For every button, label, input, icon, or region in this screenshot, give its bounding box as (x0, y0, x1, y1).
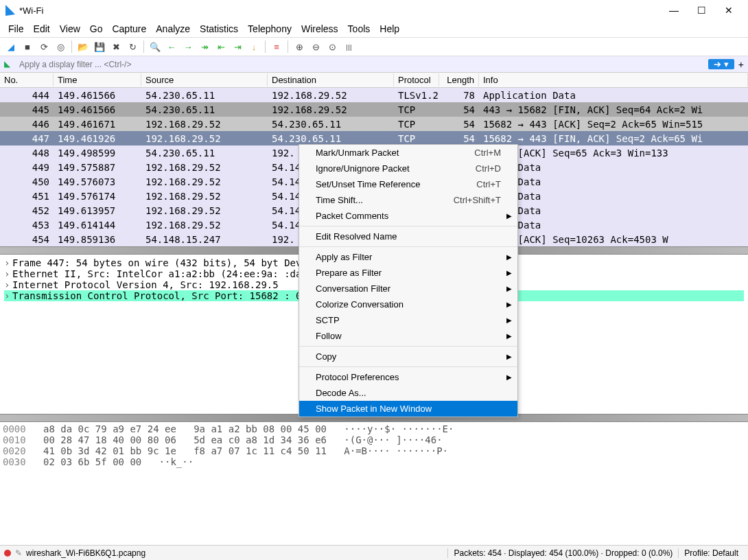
status-bar: ✎ wireshark_Wi-Fi6BK6Q1.pcapng Packets: … (0, 545, 748, 560)
title-bar: *Wi-Fi — ☐ ✕ (0, 0, 748, 21)
menu-item[interactable]: Follow▶ (299, 328, 517, 344)
menu-item[interactable]: Decode As... (299, 385, 517, 401)
header-info[interactable]: Info (479, 73, 748, 86)
header-length[interactable]: Length (439, 73, 479, 86)
jump-icon[interactable]: ↠ (198, 40, 211, 54)
close-file-icon[interactable]: ✖ (109, 40, 123, 54)
maximize-button[interactable]: ☐ (688, 0, 715, 21)
column-headers: No. Time Source Destination Protocol Len… (0, 73, 748, 88)
menu-bar: FileEditViewGoCaptureAnalyzeStatisticsTe… (0, 21, 748, 37)
resize-columns-icon[interactable]: ⫼ (342, 40, 355, 54)
zoom-reset-icon[interactable]: ⊙ (325, 40, 339, 54)
zoom-in-icon[interactable]: ⊕ (292, 40, 306, 54)
status-packets: Packets: 454 · Displayed: 454 (100.0%) ·… (447, 548, 678, 558)
menu-item[interactable]: Protocol Preferences▶ (299, 369, 517, 385)
menu-item[interactable]: Show Packet in New Window (299, 401, 517, 417)
menu-separator (299, 346, 517, 347)
goto-first-icon[interactable]: ⇤ (214, 40, 228, 54)
toolbar: ◢ ■ ⟳ ◎ 📂 💾 ✖ ↻ 🔍 ← → ↠ ⇤ ⇥ ↓ ≡ ⊕ ⊖ ⊙ ⫼ (0, 37, 748, 56)
menu-item[interactable]: Copy▶ (299, 349, 517, 364)
filter-bar: ◣ ➔ ▾ + (0, 56, 748, 73)
window-title: *Wi-Fi (19, 5, 43, 16)
menu-item[interactable]: Prepare as Filter▶ (299, 265, 517, 281)
header-destination[interactable]: Destination (268, 73, 394, 86)
menu-item[interactable]: Colorize Conversation▶ (299, 296, 517, 312)
hex-line[interactable]: 0030 02 03 6b 5f 00 00 ··k_·· (3, 456, 745, 467)
start-capture-icon[interactable]: ◢ (4, 40, 18, 54)
hex-view[interactable]: 0000 a8 da 0c 79 a9 e7 24 ee 9a a1 a2 bb… (0, 422, 748, 469)
menu-separator (299, 246, 517, 247)
packet-row[interactable]: 447149.461926192.168.29.5254.230.65.11TC… (0, 131, 748, 145)
stop-capture-icon[interactable]: ■ (21, 40, 34, 54)
menu-item[interactable]: Conversation Filter▶ (299, 281, 517, 296)
menu-item[interactable]: Time Shift...Ctrl+Shift+T (299, 192, 517, 208)
menu-go[interactable]: Go (90, 23, 103, 34)
menu-wireless[interactable]: Wireless (301, 23, 338, 34)
header-time[interactable]: Time (54, 73, 141, 86)
restart-capture-icon[interactable]: ⟳ (37, 40, 51, 54)
forward-icon[interactable]: → (181, 40, 195, 54)
packet-row[interactable]: 446149.461671192.168.29.5254.230.65.11TC… (0, 117, 748, 131)
menu-separator (299, 366, 517, 367)
close-button[interactable]: ✕ (715, 0, 743, 21)
hex-line[interactable]: 0010 00 28 47 18 40 00 80 06 5d ea c0 a8… (3, 434, 745, 445)
hex-line[interactable]: 0000 a8 da 0c 79 a9 e7 24 ee 9a a1 a2 bb… (3, 423, 745, 434)
hex-line[interactable]: 0020 41 0b 3d 42 01 bb 9c 1e f8 a7 07 1c… (3, 445, 745, 456)
filter-add-button[interactable]: + (738, 59, 744, 70)
header-no[interactable]: No. (0, 73, 54, 86)
find-icon[interactable]: 🔍 (148, 40, 162, 54)
menu-help[interactable]: Help (379, 23, 399, 34)
reload-icon[interactable]: ↻ (126, 40, 139, 54)
save-icon[interactable]: 💾 (93, 40, 106, 54)
header-source[interactable]: Source (141, 73, 268, 86)
menu-edit[interactable]: Edit (34, 23, 50, 34)
expert-info-icon[interactable] (4, 550, 11, 557)
menu-item[interactable]: Packet Comments▶ (299, 208, 517, 224)
menu-item[interactable]: Edit Resolved Name (299, 229, 517, 244)
open-icon[interactable]: 📂 (76, 40, 90, 54)
menu-file[interactable]: File (8, 23, 24, 34)
menu-telephony[interactable]: Telephony (248, 23, 292, 34)
zoom-out-icon[interactable]: ⊖ (309, 40, 323, 54)
back-icon[interactable]: ← (165, 40, 178, 54)
context-menu: Mark/Unmark PacketCtrl+MIgnore/Unignore … (299, 144, 518, 417)
goto-last-icon[interactable]: ⇥ (231, 40, 244, 54)
menu-item[interactable]: Mark/Unmark PacketCtrl+M (299, 145, 517, 161)
menu-statistics[interactable]: Statistics (200, 23, 238, 34)
packet-row[interactable]: 445149.46156654.230.65.11192.168.29.52TC… (0, 102, 748, 117)
menu-item[interactable]: Set/Unset Time ReferenceCtrl+T (299, 176, 517, 192)
menu-item[interactable]: Ignore/Unignore PacketCtrl+D (299, 161, 517, 176)
bookmark-icon[interactable]: ◣ (4, 59, 15, 70)
colorize-icon[interactable]: ≡ (270, 40, 283, 54)
autoscroll-icon[interactable]: ↓ (247, 40, 261, 54)
menu-view[interactable]: View (60, 23, 80, 34)
app-icon (5, 5, 15, 16)
menu-capture[interactable]: Capture (112, 23, 146, 34)
display-filter-input[interactable] (18, 58, 708, 71)
menu-analyze[interactable]: Analyze (156, 23, 190, 34)
menu-item[interactable]: SCTP▶ (299, 312, 517, 328)
options-icon[interactable]: ◎ (54, 40, 67, 54)
menu-tools[interactable]: Tools (348, 23, 371, 34)
status-file: wireshark_Wi-Fi6BK6Q1.pcapng (26, 548, 145, 558)
menu-separator (299, 226, 517, 226)
status-profile[interactable]: Profile: Default (678, 548, 744, 558)
menu-item[interactable]: Apply as Filter▶ (299, 249, 517, 265)
capture-file-icon: ✎ (15, 548, 22, 558)
header-protocol[interactable]: Protocol (394, 73, 439, 86)
filter-apply-button[interactable]: ➔ ▾ (708, 59, 734, 69)
minimize-button[interactable]: — (660, 0, 688, 21)
packet-row[interactable]: 444149.46156654.230.65.11192.168.29.52TL… (0, 88, 748, 102)
